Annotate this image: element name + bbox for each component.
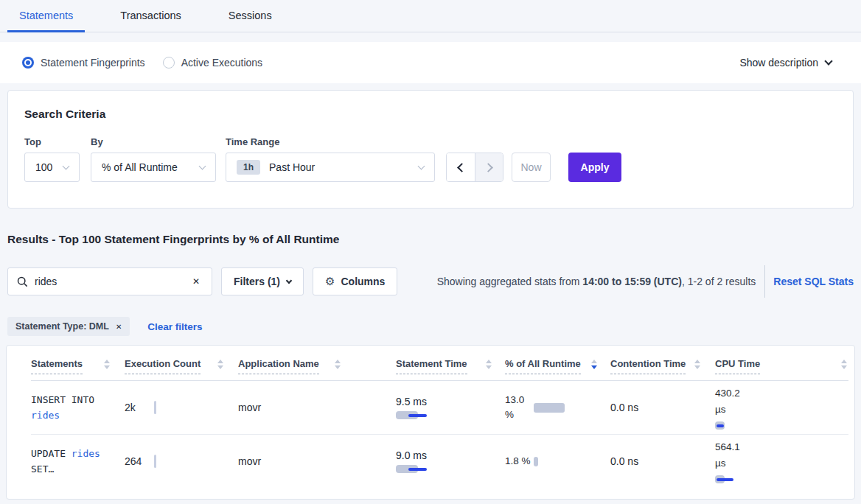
chevron-left-icon [457, 163, 467, 172]
view-toggle-bar: Statement Fingerprints Active Executions… [0, 42, 861, 83]
column-header-runtime-pct[interactable]: % of All Runtime [505, 346, 610, 381]
sort-icon[interactable] [486, 360, 492, 369]
results-controls: ✕ Filters (1) ⚙ Columns Showing aggregat… [7, 265, 854, 298]
columns-button[interactable]: ⚙ Columns [313, 267, 397, 295]
sort-icon[interactable] [591, 360, 597, 369]
column-header-statement-time[interactable]: Statement Time [396, 346, 505, 381]
results-heading: Results - Top 100 Statement Fingerprints… [7, 233, 854, 246]
gear-icon: ⚙ [325, 275, 335, 288]
sort-icon[interactable] [217, 360, 223, 369]
tab-statements[interactable]: Statements [7, 0, 85, 32]
cpu-time-cell: 564.1 µs [715, 439, 848, 483]
execution-count-cell: 264 [125, 455, 238, 468]
sort-icon[interactable] [841, 360, 847, 369]
top-field: Top 100 [24, 136, 91, 182]
top-select[interactable]: 100 [24, 153, 80, 182]
statements-page: Statements Transactions Sessions Stateme… [0, 0, 861, 504]
radio-icon [22, 57, 34, 69]
chevron-down-icon [824, 57, 832, 65]
now-button[interactable]: Now [512, 153, 551, 182]
remove-filter-icon[interactable]: ✕ [116, 323, 122, 331]
column-header-execution-count[interactable]: Execution Count [125, 346, 238, 381]
chevron-down-icon [63, 162, 70, 169]
sort-icon[interactable] [694, 360, 700, 369]
column-header-contention-time[interactable]: Contention Time [610, 346, 715, 381]
execution-count-bar [154, 455, 156, 468]
runtime-pct-bar [534, 403, 565, 413]
search-icon [17, 276, 28, 287]
time-range-badge: 1h [237, 160, 260, 175]
radio-active-executions[interactable]: Active Executions [163, 57, 263, 69]
statement-time-cell: 9.0 ms [396, 449, 505, 473]
column-header-cpu-time[interactable]: CPU Time [715, 346, 848, 381]
active-filters-row: Statement Type: DML ✕ Clear filters [7, 317, 854, 336]
application-name: movr [238, 455, 261, 467]
contention-time: 0.0 ns [610, 402, 638, 413]
cpu-time-bar [715, 475, 848, 483]
statements-table-card: Statements Execution Count Application N… [6, 345, 855, 500]
application-name: movr [238, 402, 261, 413]
sort-icon[interactable] [104, 360, 110, 369]
clear-search-icon[interactable]: ✕ [189, 275, 203, 288]
radio-statement-fingerprints[interactable]: Statement Fingerprints [22, 57, 145, 69]
reset-sql-stats-link[interactable]: Reset SQL Stats [773, 276, 854, 287]
statement-fingerprint: INSERT INTO rides [31, 392, 124, 423]
previous-time-button[interactable] [447, 153, 475, 181]
tab-sessions[interactable]: Sessions [217, 0, 284, 32]
next-time-button[interactable] [475, 153, 503, 181]
table-row: UPDATE rides SET… 264 movr 9.0 ms [31, 435, 848, 489]
divider [764, 265, 765, 298]
time-pager [446, 153, 503, 182]
search-criteria-title: Search Criteria [24, 108, 837, 121]
statement-time-bar [396, 465, 505, 473]
chevron-down-icon [418, 162, 425, 169]
time-range-field: Time Range 1h Past Hour [226, 136, 446, 182]
time-range-select[interactable]: 1h Past Hour [226, 153, 435, 182]
clear-filters-link[interactable]: Clear filters [147, 321, 202, 332]
radio-icon [163, 57, 175, 69]
statement-fingerprint: UPDATE rides SET… [31, 446, 124, 477]
runtime-pct-cell: 1.8 % [505, 454, 610, 469]
cpu-time-bar [715, 421, 848, 430]
aggregation-summary: Showing aggregated stats from 14:00 to 1… [437, 276, 756, 287]
table-header-row: Statements Execution Count Application N… [31, 346, 848, 381]
statements-table: Statements Execution Count Application N… [31, 346, 848, 489]
tab-bar: Statements Transactions Sessions [0, 0, 861, 32]
execution-count-cell: 2k [125, 401, 238, 414]
contention-time: 0.0 ns [610, 455, 638, 467]
column-header-statements[interactable]: Statements [31, 346, 125, 381]
search-box[interactable]: ✕ [7, 267, 212, 295]
by-field: By % of All Runtime [91, 136, 226, 182]
chevron-down-icon [286, 277, 292, 283]
by-select[interactable]: % of All Runtime [91, 153, 216, 182]
filter-chip-statement-type[interactable]: Statement Type: DML ✕ [7, 317, 130, 336]
filters-button[interactable]: Filters (1) [221, 267, 304, 295]
search-input[interactable] [35, 276, 189, 287]
sort-icon[interactable] [335, 360, 341, 369]
chevron-down-icon [199, 162, 206, 169]
execution-count-bar [154, 401, 156, 414]
statement-link[interactable]: rides [31, 410, 60, 421]
show-description-toggle[interactable]: Show description [739, 57, 832, 69]
statement-time-bar [396, 411, 505, 419]
table-row: INSERT INTO rides 2k movr 9.5 ms [31, 381, 848, 435]
column-header-application-name[interactable]: Application Name [238, 346, 396, 381]
runtime-pct-cell: 13.0 % [505, 393, 610, 422]
statement-time-cell: 9.5 ms [396, 396, 505, 419]
chevron-right-icon [484, 163, 493, 172]
statement-link[interactable]: rides [72, 448, 100, 459]
search-criteria-card: Search Criteria Top 100 By % of All Runt… [7, 90, 854, 209]
runtime-pct-bar [534, 457, 538, 466]
cpu-time-cell: 430.2 µs [715, 385, 848, 430]
apply-button[interactable]: Apply [568, 153, 621, 182]
tab-transactions[interactable]: Transactions [108, 0, 192, 32]
